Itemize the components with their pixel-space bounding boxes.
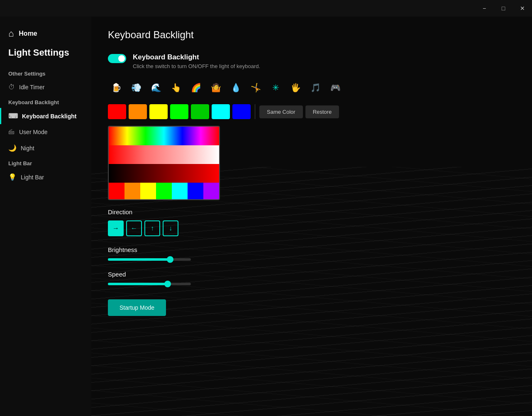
brightness-fill (108, 258, 170, 261)
effect-icon-6[interactable]: 💧 (227, 79, 244, 96)
sidebar-item-night[interactable]: 🌙 Night (0, 140, 91, 156)
effect-icon-8[interactable]: ✳ (267, 79, 284, 96)
direction-left-button[interactable]: ← (126, 220, 142, 236)
effect-icon-11[interactable]: 🎮 (327, 79, 344, 96)
effect-icon-9[interactable]: 🖐 (287, 79, 304, 96)
section-label-keyboard: Keyboard Backlight (0, 95, 91, 108)
toggle-title: Keyboard Backlight (133, 53, 260, 61)
titlebar-buttons: − □ ✕ (475, 0, 532, 17)
color-swatches-row: Same Color Restore (108, 104, 515, 119)
preset-red[interactable] (109, 183, 124, 199)
direction-buttons: → ← ↑ ↓ (108, 220, 515, 236)
direction-label: Direction (108, 208, 515, 215)
color-swatch-2[interactable] (149, 104, 168, 119)
color-swatch-3[interactable] (170, 104, 188, 119)
color-swatch-1[interactable] (129, 104, 147, 119)
home-icon: ⌂ (8, 28, 14, 39)
effect-icon-1[interactable]: 💨 (128, 79, 144, 96)
preset-blue[interactable] (188, 183, 203, 199)
user-mode-label: User Mode (19, 129, 47, 135)
effect-icon-3[interactable]: 👆 (168, 79, 184, 96)
section-label-lightbar: Light Bar (0, 156, 91, 169)
effect-icon-2[interactable]: 🌊 (148, 79, 164, 96)
preset-green[interactable] (156, 183, 172, 199)
section-label-other: Other Settings (0, 66, 91, 79)
sidebar: ⌂ Home Light Settings Other Settings ⏱ I… (0, 17, 91, 416)
effect-icons-row: 🍺 💨 🌊 👆 🌈 🤷 💧 🤸 ✳ 🖐 🎵 🎮 (108, 79, 515, 96)
sidebar-item-idle-timer[interactable]: ⏱ Idle Timer (0, 79, 91, 95)
color-swatch-0[interactable] (108, 104, 126, 119)
effect-icon-4[interactable]: 🌈 (188, 79, 204, 96)
color-picker-area[interactable] (108, 126, 220, 200)
idle-timer-label: Idle Timer (19, 84, 44, 91)
toggle-description: Click the switch to turn ON/OFF the ligh… (133, 63, 260, 69)
direction-up-button[interactable]: ↑ (144, 220, 160, 236)
preset-purple[interactable] (203, 183, 219, 199)
speed-section: Speed (108, 271, 515, 285)
minimize-button[interactable]: − (475, 0, 494, 17)
close-button[interactable]: ✕ (513, 0, 532, 17)
color-swatch-4[interactable] (191, 104, 209, 119)
gradient-hue[interactable] (109, 127, 219, 145)
maximize-button[interactable]: □ (494, 0, 513, 17)
toggle-track (108, 54, 126, 63)
light-bar-icon: 💡 (8, 173, 17, 181)
speed-thumb[interactable] (164, 281, 171, 287)
gradient-saturation[interactable] (109, 145, 219, 164)
sidebar-title: Light Settings (0, 47, 91, 66)
light-bar-label: Light Bar (21, 174, 44, 181)
home-nav-item[interactable]: ⌂ Home (0, 25, 91, 47)
effect-icon-5[interactable]: 🤷 (207, 79, 224, 96)
user-mode-icon: 🖮 (8, 128, 15, 136)
preset-cyan[interactable] (172, 183, 188, 199)
sidebar-item-keyboard-backlight[interactable]: ⌨ Keyboard Backlight (0, 108, 91, 124)
night-icon: 🌙 (8, 144, 17, 152)
toggle-info: Keyboard Backlight Click the switch to t… (133, 53, 260, 69)
color-swatch-5[interactable] (212, 104, 230, 119)
effect-icon-7[interactable]: 🤸 (247, 79, 264, 96)
page-title: Keyboard Backlight (108, 29, 515, 41)
color-divider (255, 104, 255, 119)
keyboard-backlight-toggle[interactable] (108, 54, 126, 63)
speed-slider[interactable] (108, 283, 191, 285)
speed-label: Speed (108, 271, 515, 278)
brightness-section: Brightness (108, 246, 515, 261)
keyboard-backlight-icon: ⌨ (8, 112, 18, 120)
sidebar-item-user-mode[interactable]: 🖮 User Mode (0, 124, 91, 140)
keyboard-backlight-label: Keyboard Backlight (22, 113, 76, 120)
main-content: Keyboard Backlight Keyboard Backlight Cl… (91, 17, 532, 416)
brightness-thumb[interactable] (167, 256, 173, 263)
toggle-knob (118, 55, 125, 62)
speed-fill (108, 283, 168, 285)
brightness-slider[interactable] (108, 258, 191, 261)
brightness-label: Brightness (108, 246, 515, 253)
direction-right-button[interactable]: → (108, 220, 124, 236)
preset-yellow[interactable] (140, 183, 156, 199)
effect-icon-10[interactable]: 🎵 (307, 79, 324, 96)
sidebar-item-light-bar[interactable]: 💡 Light Bar (0, 169, 91, 185)
night-label: Night (21, 145, 34, 152)
gradient-presets (109, 183, 219, 199)
direction-down-button[interactable]: ↓ (163, 220, 178, 236)
toggle-row: Keyboard Backlight Click the switch to t… (108, 53, 515, 69)
startup-mode-button[interactable]: Startup Mode (108, 299, 166, 316)
home-label: Home (19, 30, 37, 37)
gradient-brightness[interactable] (109, 164, 219, 183)
titlebar: − □ ✕ (0, 0, 532, 17)
same-color-button[interactable]: Same Color (259, 105, 303, 118)
idle-timer-icon: ⏱ (8, 83, 15, 91)
color-swatch-6[interactable] (232, 104, 251, 119)
effect-icon-0[interactable]: 🍺 (108, 79, 124, 96)
preset-orange[interactable] (124, 183, 140, 199)
restore-button[interactable]: Restore (305, 105, 339, 118)
